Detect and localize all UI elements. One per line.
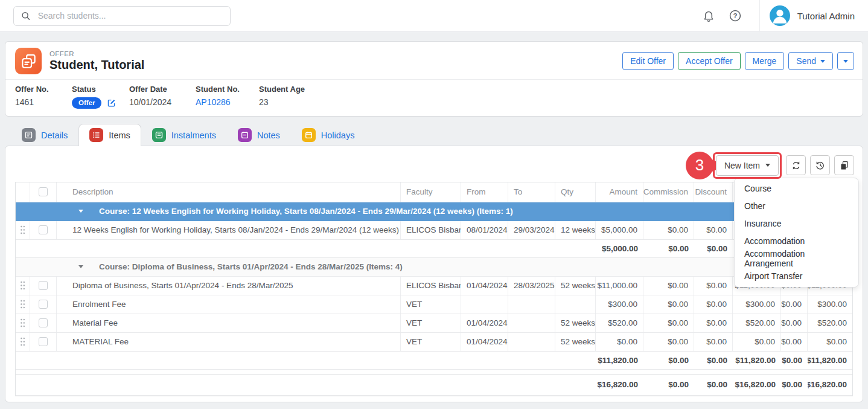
refresh-icon — [791, 160, 802, 171]
cell-total: $300.00 — [808, 295, 852, 314]
collapse-caret-icon[interactable] — [78, 265, 83, 268]
menu-item-accommodation-arrangement[interactable]: Accommodation Arrangement — [735, 250, 858, 268]
subtotal-discount: $0.00 — [694, 240, 733, 257]
cell-from — [461, 295, 508, 314]
cell-amount: $5,000.00 — [596, 221, 643, 239]
col-commission[interactable]: Commission — [643, 182, 694, 202]
edit-offer-button[interactable]: Edit Offer — [622, 52, 674, 70]
col-discount[interactable]: Discount — [694, 182, 733, 202]
chevron-down-icon — [820, 60, 825, 63]
person-icon — [770, 5, 790, 26]
student-no-link[interactable]: AP10286 — [196, 97, 231, 107]
cell-to: 29/03/2024 — [508, 221, 555, 239]
select-all-checkbox[interactable] — [30, 182, 57, 202]
search-input[interactable] — [37, 10, 223, 21]
col-description[interactable]: Description — [57, 182, 401, 202]
notes-tab-icon — [238, 128, 252, 142]
menu-item-accommodation[interactable]: Accommodation — [735, 233, 858, 250]
cell-amount: $520.00 — [596, 314, 643, 332]
grand-total-row: $16,820.00 $0.00 $0.00 $16,820.00 $0.00 … — [16, 374, 852, 396]
table-row: 12 Weeks English for Working Holiday, St… — [16, 221, 852, 240]
drag-handle[interactable] — [16, 221, 30, 239]
copy-button[interactable] — [834, 155, 854, 175]
more-actions-button[interactable] — [837, 52, 854, 70]
grand-total-net: $16,820.00 — [733, 375, 781, 395]
send-button[interactable]: Send — [788, 52, 833, 70]
refresh-button[interactable] — [786, 155, 806, 175]
search-box[interactable] — [13, 6, 231, 26]
cell-qty: 52 weeks — [555, 333, 596, 351]
row-checkbox[interactable] — [30, 277, 57, 295]
subtotal-commission: $0.00 — [643, 352, 694, 369]
subtotal-gst: $0.00 — [781, 352, 808, 369]
merge-button[interactable]: Merge — [745, 52, 785, 70]
user-avatar[interactable] — [770, 5, 790, 26]
chevron-down-icon — [765, 164, 770, 167]
cell-qty: 52 weeks — [555, 277, 596, 295]
cell-from: 08/01/2024 — [461, 221, 508, 239]
col-faculty[interactable]: Faculty — [401, 182, 461, 202]
new-item-button[interactable]: New Item — [716, 155, 779, 176]
menu-item-airport-transfer[interactable]: Airport Transfer — [735, 268, 858, 285]
topbar: ? Tutorial Admin — [0, 0, 868, 32]
svg-text:?: ? — [733, 12, 737, 19]
cell-description: Diploma of Business, Starts 01/Apr/2024 … — [57, 277, 401, 295]
grand-total-commission: $0.00 — [643, 375, 694, 395]
menu-item-course[interactable]: Course — [735, 180, 858, 198]
drag-handle[interactable] — [16, 333, 30, 351]
offer-card: OFFER Student, Tutorial Edit Offer Accep… — [5, 41, 863, 117]
cell-faculty: VET — [401, 314, 461, 332]
drag-handle[interactable] — [16, 295, 30, 314]
drag-handle[interactable] — [16, 277, 30, 295]
group-subtotal-row: $11,820.00 $0.00 $0.00 $11,820.00 $0.00 … — [16, 352, 852, 370]
offer-icon — [15, 48, 42, 74]
col-from[interactable]: From — [461, 182, 508, 202]
edit-status-icon[interactable] — [107, 98, 116, 108]
tab-holidays[interactable]: Holidays — [291, 124, 366, 146]
subtotal-total: $11,820.00 — [808, 352, 852, 369]
row-checkbox[interactable] — [30, 221, 57, 239]
history-button[interactable] — [810, 155, 830, 175]
accept-offer-button[interactable]: Accept Offer — [678, 52, 741, 70]
cell-amount: $300.00 — [596, 295, 643, 314]
cell-commission: $0.00 — [643, 314, 694, 332]
grand-total-total: $16,820.00 — [808, 375, 852, 395]
col-to[interactable]: To — [508, 182, 555, 202]
menu-item-insurance[interactable]: Insurance — [735, 215, 858, 233]
items-toolbar: 3 New Item — [5, 146, 863, 182]
help-icon[interactable]: ? — [729, 9, 742, 22]
menu-item-other[interactable]: Other — [735, 198, 858, 215]
cell-discount: $0.00 — [694, 314, 733, 332]
tab-items[interactable]: Items — [78, 124, 141, 146]
cell-gst: $0.00 — [781, 314, 808, 332]
row-checkbox[interactable] — [30, 295, 57, 314]
tab-instalments[interactable]: Instalments — [141, 124, 227, 146]
subtotal-amount: $11,820.00 — [596, 352, 643, 369]
col-amount[interactable]: Amount — [596, 182, 643, 202]
cell-commission: $0.00 — [643, 277, 694, 295]
cell-commission: $0.00 — [643, 333, 694, 351]
row-checkbox[interactable] — [30, 333, 57, 351]
tab-notes[interactable]: Notes — [227, 124, 291, 146]
cell-faculty: ELICOS Bisbane — [401, 221, 461, 239]
cell-net: $520.00 — [733, 314, 781, 332]
topbar-divider — [759, 0, 760, 32]
collapse-caret-icon[interactable] — [78, 210, 83, 213]
record-type-label: OFFER — [49, 50, 144, 57]
col-qty[interactable]: Qty — [555, 182, 596, 202]
notifications-bell-icon[interactable] — [702, 9, 715, 22]
drag-handle[interactable] — [16, 314, 30, 332]
cell-qty — [555, 295, 596, 314]
details-tab-icon — [22, 128, 36, 142]
instalments-tab-icon — [152, 128, 166, 142]
copy-icon — [839, 160, 850, 171]
row-checkbox[interactable] — [30, 314, 57, 332]
drag-dots-icon — [20, 337, 25, 346]
cell-amount: $11,000.00 — [596, 277, 643, 295]
drag-dots-icon — [20, 225, 25, 234]
cell-description: 12 Weeks English for Working Holiday, St… — [57, 221, 401, 239]
items-tab-icon — [89, 128, 103, 142]
cell-gst: $0.00 — [781, 333, 808, 351]
cell-description: Material Fee — [57, 314, 401, 332]
tab-details[interactable]: Details — [11, 124, 78, 146]
